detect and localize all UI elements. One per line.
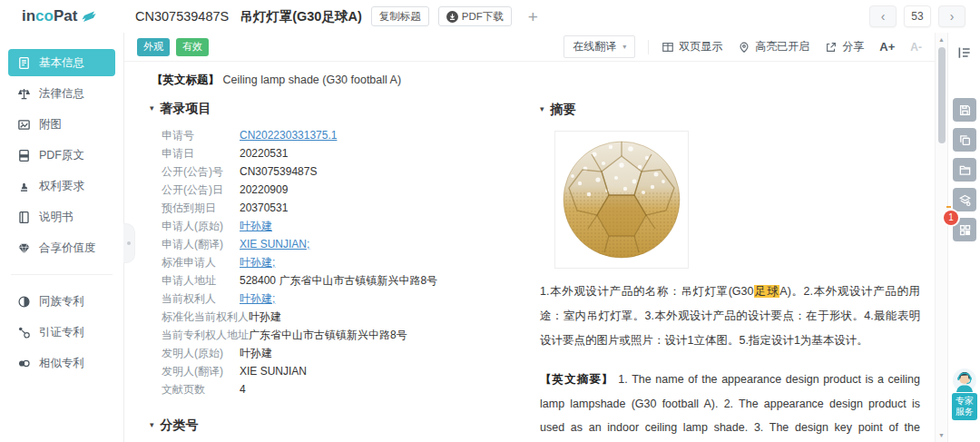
field-row: 申请日20220531 xyxy=(162,148,540,160)
field-row: 预估到期日20370531 xyxy=(162,202,540,214)
caret-down-icon: ▾ xyxy=(540,104,544,113)
toolbar-separator xyxy=(648,40,649,54)
applicant-original-link[interactable]: 叶孙建 xyxy=(240,221,272,232)
field-row: 申请人(原始)叶孙建 xyxy=(162,221,540,232)
field-row: 标准化当前权利人叶孙建 xyxy=(162,311,540,323)
copy-button[interactable] xyxy=(953,128,976,152)
sidebar-item-legal-info[interactable]: 法律信息 xyxy=(8,80,115,107)
field-row: 标准申请人叶孙建; xyxy=(162,257,540,269)
expert-service-button[interactable]: 专家 服务 xyxy=(952,368,977,420)
tag-valid-status: 有效 xyxy=(176,38,209,56)
copy-icon xyxy=(958,133,972,147)
pdf-download-button[interactable]: PDF下载 xyxy=(438,6,512,26)
vertical-scrollbar[interactable]: ▲ ▼ xyxy=(935,33,947,442)
font-increase-button[interactable]: A+ xyxy=(879,40,895,54)
online-translate-dropdown[interactable]: 在线翻译 ▾ xyxy=(564,35,635,58)
sidebar-item-claims[interactable]: 权利要求 xyxy=(8,172,115,200)
football-lamp-icon xyxy=(558,134,685,265)
field-row: 申请号CN202230331375.1 xyxy=(162,130,540,142)
family-icon xyxy=(17,295,31,309)
section-abstract[interactable]: ▾ 摘要 xyxy=(540,102,920,118)
sidebar-item-basic-info[interactable]: 基本信息 xyxy=(8,49,115,76)
caret-down-icon: ▾ xyxy=(150,103,154,113)
highlight-toggle[interactable]: 高亮已开启 xyxy=(738,39,809,54)
folder-button[interactable] xyxy=(953,158,976,182)
section-bibliography[interactable]: ▾ 著录项目 xyxy=(150,101,540,117)
logo-swoosh-icon xyxy=(81,8,97,25)
dual-page-button[interactable]: 双页显示 xyxy=(662,39,722,54)
sidebar-item-description[interactable]: 说明书 xyxy=(8,203,115,231)
document-icon xyxy=(17,56,31,70)
citation-icon xyxy=(17,326,31,339)
right-tool-rail: 1 专家 服务 xyxy=(947,33,980,442)
result-pager: ‹ 53 › xyxy=(869,5,980,27)
font-decrease-button[interactable]: A- xyxy=(910,41,922,54)
sidebar-item-citation-patents[interactable]: 引证专利 xyxy=(8,319,115,346)
expert-avatar-icon xyxy=(953,368,976,392)
sidebar-item-value-score[interactable]: 合享价值度 xyxy=(8,234,115,261)
dual-page-icon xyxy=(662,41,674,54)
gem-icon xyxy=(17,241,31,255)
field-row: 发明人(翻译)XIE SUNJIAN xyxy=(162,366,540,378)
abstract-english: 【英文摘要】 1. The name of the appearance des… xyxy=(540,368,920,442)
prev-patent-button[interactable]: ‹ xyxy=(869,5,897,27)
field-row: 当前专利权人地址广东省中山市古镇镇新兴中路8号 xyxy=(162,329,540,341)
abstract-chinese: 1.本外观设计产品的名称：吊灯灯罩(G30足球A)。2.本外观设计产品的用途：室… xyxy=(540,280,920,353)
share-button[interactable]: 分享 xyxy=(825,39,864,54)
toc-icon[interactable] xyxy=(956,44,973,61)
download-icon xyxy=(446,11,458,23)
bibliography-column: 【英文标题】 Ceiling lamp shade (G30 football … xyxy=(150,62,540,442)
patent-number: CN307539487S xyxy=(135,9,229,24)
book-icon xyxy=(17,211,31,224)
sidebar-collapse-handle[interactable] xyxy=(123,223,135,263)
main-panel: 外观 有效 在线翻译 ▾ 双页显示 高亮已开启 xyxy=(124,33,935,442)
grid-icon xyxy=(958,223,972,237)
copy-title-button[interactable]: 复制标题 xyxy=(371,6,429,26)
field-row: 公开(公告)号CN307539487S xyxy=(162,166,540,178)
folder-icon xyxy=(958,163,972,177)
similar-icon xyxy=(17,357,31,370)
sidebar-divider xyxy=(11,274,113,275)
result-count: 53 xyxy=(904,5,931,27)
save-button[interactable] xyxy=(953,98,976,122)
sidebar-item-similar-patents[interactable]: 相似专利 xyxy=(8,349,115,377)
new-tab-button[interactable]: + xyxy=(528,8,538,25)
field-row: 申请人(翻译)XIE SUNJIAN; xyxy=(162,239,540,250)
caret-down-icon: ▾ xyxy=(150,420,154,429)
field-row: 发明人(原始)叶孙建 xyxy=(162,348,540,359)
apps-grid-button[interactable]: 1 xyxy=(953,218,976,241)
layers-icon xyxy=(958,193,972,207)
sidebar-item-pdf-original[interactable]: PDF原文 xyxy=(8,142,115,169)
stamp-icon xyxy=(17,180,31,193)
incopat-logo[interactable]: incoPat xyxy=(22,7,97,25)
scrollbar-thumb[interactable] xyxy=(938,47,946,143)
next-patent-button[interactable]: › xyxy=(938,5,965,27)
field-row: 申请人地址528400 广东省中山市古镇镇新兴中路8号 xyxy=(162,275,540,287)
sidebar-item-family-patents[interactable]: 同族专利 xyxy=(8,288,115,315)
application-number-link[interactable]: CN202230331375.1 xyxy=(240,130,337,142)
english-title-line: 【英文标题】 Ceiling lamp shade (G30 football … xyxy=(152,73,540,88)
image-icon xyxy=(17,118,31,132)
scroll-down-arrow-icon[interactable]: ▼ xyxy=(936,432,947,438)
abstract-column: ▾ 摘要 xyxy=(540,62,935,442)
patent-figure-image[interactable] xyxy=(554,131,689,269)
standard-applicant-link[interactable]: 叶孙建; xyxy=(240,257,275,269)
patent-title: 吊灯灯罩(G30足球A) xyxy=(240,8,362,25)
section-classification[interactable]: ▾ 分类号 xyxy=(150,417,540,434)
expert-service-label: 专家 服务 xyxy=(952,393,977,420)
notification-badge: 1 xyxy=(944,211,958,225)
sidebar-item-figures[interactable]: 附图 xyxy=(8,111,115,138)
scroll-up-arrow-icon[interactable]: ▲ xyxy=(936,36,947,43)
field-row: 当前权利人叶孙建; xyxy=(162,293,540,305)
layers-settings-button[interactable] xyxy=(953,188,976,211)
save-icon xyxy=(958,103,972,117)
chevron-down-icon: ▾ xyxy=(622,43,626,51)
highlighted-keyword: 足球 xyxy=(754,285,780,298)
incopat-patent-detail-page: incoPat CN307539487S 吊灯灯罩(G30足球A) 复制标题 P… xyxy=(0,0,980,442)
tag-design-patent: 外观 xyxy=(137,38,170,56)
current-assignee-link[interactable]: 叶孙建; xyxy=(240,293,275,305)
field-row: 文献页数4 xyxy=(162,384,540,396)
pdf-icon xyxy=(17,149,31,162)
left-sidebar: 基本信息 法律信息 附图 PDF原文 权利要求 说明书 xyxy=(0,33,124,442)
applicant-translated-link[interactable]: XIE SUNJIAN; xyxy=(240,239,309,250)
